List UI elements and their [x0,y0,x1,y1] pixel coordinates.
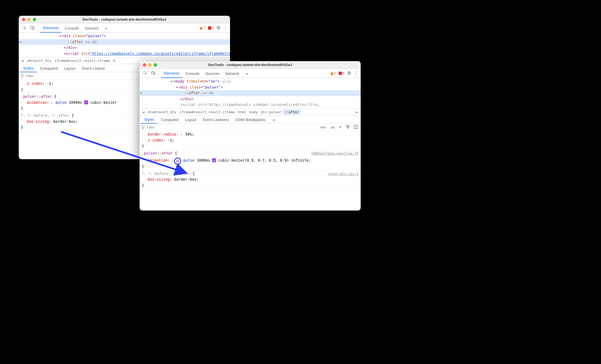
traffic-lights [19,18,36,21]
subtabs-overflow[interactable]: ›› [269,116,279,124]
subtab-dombreakpoints[interactable]: DOM Breakpoints [232,116,269,124]
css-rule[interactable]: reset.min.css:1 *, *::before, *::after {… [140,171,361,190]
svg-rect-5 [153,73,155,75]
crumb-item[interactable]: iframe#result.result-iframe [178,109,236,115]
subtab-computed[interactable]: Computed [37,64,61,72]
tab-sources[interactable]: Sources [82,24,101,33]
filter-icon [20,74,24,78]
subtab-computed[interactable]: Computed [158,116,182,124]
css-rule[interactable]: mdRXGeJ?ano…iew=live:37 .pulser::after {… [140,150,361,171]
main-toolbar: Elements Console Sources Network ›› 6 5 … [140,69,361,78]
filter-input[interactable]: Filter [147,125,155,129]
traffic-lights [140,63,157,67]
tab-console[interactable]: Console [183,69,202,78]
zoom-icon[interactable] [154,63,157,67]
dom-close: </div> [64,45,77,50]
hov-toggle[interactable]: :hov [319,125,327,129]
tabs-overflow[interactable]: ›› [102,24,111,33]
bezier-icon[interactable] [84,101,88,104]
crumb-item[interactable]: div#result_div [146,109,178,115]
device-toggle-icon[interactable] [29,23,36,32]
inspect-icon[interactable] [141,69,149,78]
filter-input[interactable]: Filter [26,74,34,78]
inspect-icon[interactable] [20,23,28,32]
titlebar[interactable]: DevTools - codepen.io/web-dot-dev/live/m… [19,16,230,23]
gear-icon[interactable]: ⚙ [347,70,351,76]
svg-point-11 [177,161,178,162]
crumb-item[interactable]: body [248,109,259,115]
tab-sources[interactable]: Sources [203,69,222,78]
css-selector: .pulser::after [142,151,173,155]
tabs-overflow[interactable]: ›› [243,69,251,78]
subtab-styles[interactable]: Styles [141,116,158,124]
gear-icon[interactable]: ⚙ [216,25,221,31]
close-icon[interactable] [22,18,25,21]
styles-subtabs: Styles Computed Layout Event Listeners D… [140,115,361,124]
crumb-item[interactable]: h [112,58,117,63]
main-toolbar: Elements Console Sources ›› 7 5 ⚙ ⋮ [19,23,230,33]
minimize-icon[interactable] [27,18,31,21]
crumb-left-icon[interactable]: ◀ [141,110,146,114]
device-toggle-icon[interactable] [149,69,157,78]
css-selector: *, *::before, *::after [142,171,190,176]
subtab-layout[interactable]: Layout [61,64,79,72]
crumb-left-icon[interactable]: ◀ [20,59,25,63]
css-selector: *, *::before, *::after [21,113,70,118]
tab-console[interactable]: Console [62,24,81,33]
source-location[interactable]: reset.min.css:1 [328,171,358,177]
dom-tag: <div [62,34,73,38]
subtab-eventlisteners[interactable]: Event Listene [79,64,108,72]
kebab-icon[interactable]: ⋮ [354,70,358,76]
css-rule[interactable]: border-radius: ▸ 50%; z-index: -1; } [140,131,361,150]
svg-rect-7 [347,128,348,128]
css-selector: .pulser::after [21,94,52,99]
tab-network[interactable]: Network [223,69,242,78]
kebab-icon[interactable]: ⋮ [223,25,228,31]
tab-elements[interactable]: Elements [40,24,61,33]
svg-rect-2 [33,27,34,30]
minimize-icon[interactable] [148,63,152,67]
grid-badge[interactable]: grid [221,79,232,84]
subtab-eventlisteners[interactable]: Event Listeners [200,116,232,124]
dom-selected-row[interactable]: ⋯::after == $0 [19,39,230,45]
svg-rect-6 [346,125,348,127]
close-icon[interactable] [143,63,146,67]
dom-tree[interactable]: <div class="pulser"> ⋯::after == $0 </di… [19,33,230,57]
cls-toggle[interactable]: .cls [329,125,336,129]
svg-point-10 [177,160,179,162]
titlebar[interactable]: DevTools - codepen.io/web-dot-dev/live/m… [140,61,361,69]
window-title: DevTools - codepen.io/web-dot-dev/live/m… [19,17,230,21]
crumb-item[interactable]: div.pulser [259,109,283,115]
paint-icon[interactable] [344,125,351,130]
warning-count[interactable]: 6 [330,71,336,75]
dom-selected-row[interactable]: ⋯::after == $0 [140,90,361,96]
dom-tree[interactable]: <body translate="no">grid <div class="pu… [140,78,361,108]
breadcrumb[interactable]: ◀ div#result_div iframe#result.result-if… [140,108,361,115]
filter-bar: Filter :hov .cls + [140,124,361,131]
computed-toggle-icon[interactable] [353,125,359,130]
subtab-styles[interactable]: Styles [20,64,37,72]
zoom-icon[interactable] [33,18,36,21]
crumb-item[interactable]: v#result_div [25,58,53,63]
error-count[interactable]: 5 [208,26,214,30]
warning-count[interactable]: 7 [200,26,205,30]
window-title: DevTools - codepen.io/web-dot-dev/live/m… [140,63,361,67]
crumb-right-icon[interactable]: ▶ [354,110,360,114]
new-rule-icon[interactable]: + [338,124,343,130]
crumb-item-selected[interactable]: ::after [283,109,301,115]
source-location[interactable]: mdRXGeJ?ano…iew=live:37 [311,151,358,156]
error-count[interactable]: 5 [339,71,344,75]
bezier-icon[interactable] [212,158,216,162]
script-src-link[interactable]: "https://cpwebassets.codepen.io/assets/e… [90,51,230,56]
tab-elements[interactable]: Elements [161,69,182,78]
filter-icon [141,125,145,129]
crumb-item[interactable]: iframe#result.result-iframe [53,58,111,63]
styles-pane[interactable]: border-radius: ▸ 50%; z-index: -1; } mdR… [140,131,361,211]
devtools-window-front: DevTools - codepen.io/web-dot-dev/live/m… [140,61,361,211]
subtab-layout[interactable]: Layout [182,116,200,124]
crumb-item[interactable]: html [237,109,248,115]
